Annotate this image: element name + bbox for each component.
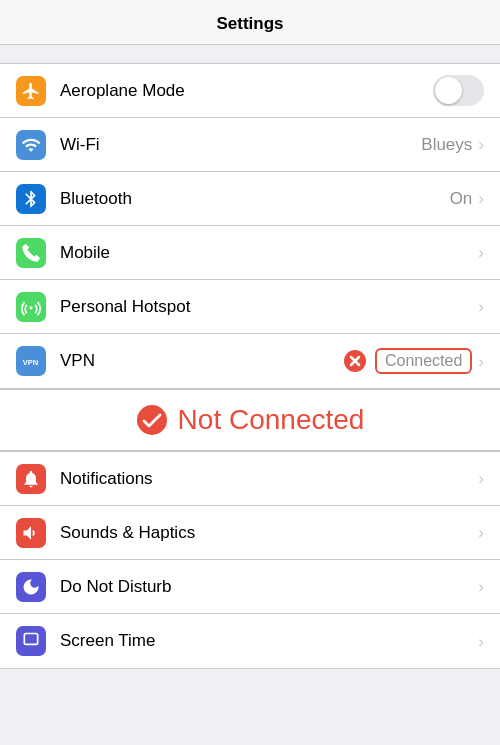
wifi-label: Wi-Fi <box>60 135 421 155</box>
notifications-chevron: › <box>478 470 484 487</box>
green-check-icon <box>136 404 168 436</box>
mobile-icon <box>16 238 46 268</box>
mobile-chevron: › <box>478 244 484 261</box>
not-connected-text: Not Connected <box>178 404 365 436</box>
bluetooth-label: Bluetooth <box>60 189 450 209</box>
screentime-label: Screen Time <box>60 631 478 651</box>
vpn-row[interactable]: VPN VPN Connected › <box>0 334 500 388</box>
settings-group-2: Notifications › Sounds & Haptics › Do No… <box>0 451 500 669</box>
aeroplane-mode-label: Aeroplane Mode <box>60 81 433 101</box>
wifi-chevron: › <box>478 136 484 153</box>
vpn-connected-text: Connected <box>385 352 462 369</box>
hotspot-chevron: › <box>478 298 484 315</box>
donotdisturb-row[interactable]: Do Not Disturb › <box>0 560 500 614</box>
svg-text:VPN: VPN <box>23 358 38 367</box>
screentime-chevron: › <box>478 633 484 650</box>
vpn-connected-badge: Connected <box>375 348 472 374</box>
sounds-icon <box>16 518 46 548</box>
settings-header: Settings <box>0 0 500 45</box>
wifi-row[interactable]: Wi-Fi Blueys › <box>0 118 500 172</box>
hotspot-icon <box>16 292 46 322</box>
sounds-chevron: › <box>478 524 484 541</box>
hotspot-row[interactable]: Personal Hotspot › <box>0 280 500 334</box>
notifications-icon <box>16 464 46 494</box>
bluetooth-icon <box>16 184 46 214</box>
vpn-chevron: › <box>478 353 484 370</box>
sounds-row[interactable]: Sounds & Haptics › <box>0 506 500 560</box>
mobile-label: Mobile <box>60 243 478 263</box>
aeroplane-toggle[interactable] <box>433 75 484 106</box>
svg-point-4 <box>137 405 167 435</box>
bluetooth-value: On <box>450 189 473 209</box>
vpn-icon: VPN <box>16 346 46 376</box>
settings-group-1: Aeroplane Mode Wi-Fi Blueys › Bluetooth … <box>0 63 500 389</box>
bluetooth-chevron: › <box>478 190 484 207</box>
aeroplane-mode-row[interactable]: Aeroplane Mode <box>0 64 500 118</box>
page-title: Settings <box>216 14 283 33</box>
notifications-row[interactable]: Notifications › <box>0 452 500 506</box>
vpn-label: VPN <box>60 351 343 371</box>
donotdisturb-icon <box>16 572 46 602</box>
svg-rect-5 <box>24 634 37 645</box>
hotspot-label: Personal Hotspot <box>60 297 478 317</box>
bluetooth-row[interactable]: Bluetooth On › <box>0 172 500 226</box>
sounds-label: Sounds & Haptics <box>60 523 478 543</box>
screentime-icon <box>16 626 46 656</box>
donotdisturb-label: Do Not Disturb <box>60 577 478 597</box>
vpn-error-icon <box>343 349 367 373</box>
mobile-row[interactable]: Mobile › <box>0 226 500 280</box>
not-connected-banner: Not Connected <box>0 389 500 451</box>
screentime-row[interactable]: Screen Time › <box>0 614 500 668</box>
donotdisturb-chevron: › <box>478 578 484 595</box>
aeroplane-icon <box>16 76 46 106</box>
wifi-icon <box>16 130 46 160</box>
toggle-knob <box>435 77 462 104</box>
notifications-label: Notifications <box>60 469 478 489</box>
wifi-value: Blueys <box>421 135 472 155</box>
